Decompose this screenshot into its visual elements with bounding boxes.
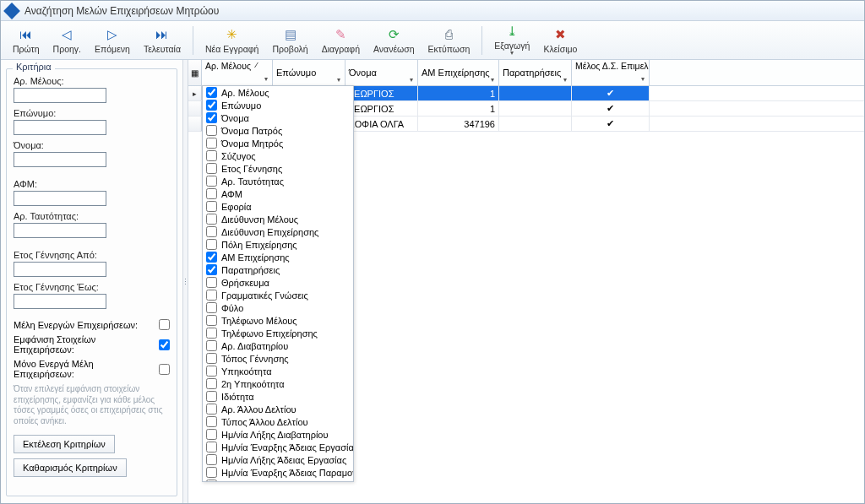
picker-item[interactable]: Διεύθυνση Μέλους [203, 213, 353, 225]
picker-item[interactable]: Φύλο [203, 301, 353, 314]
picker-checkbox[interactable] [206, 480, 217, 482]
ar-taut-input[interactable] [14, 223, 106, 238]
picker-checkbox[interactable] [206, 201, 217, 212]
picker-checkbox[interactable] [206, 467, 217, 478]
picker-item[interactable]: Τηλέφωνο Μέλους [203, 314, 353, 327]
picker-item[interactable]: Αρ. Ταυτότητας [203, 175, 353, 187]
picker-checkbox[interactable] [206, 277, 217, 288]
col-paratiriseis[interactable]: Παρατηρήσεις▾ [499, 60, 572, 85]
meli-energon-checkbox[interactable] [159, 319, 170, 330]
view-button[interactable]: ▤Προβολή [265, 25, 314, 56]
picker-item[interactable]: Παρατηρήσεις [203, 263, 353, 276]
onoma-input[interactable] [14, 152, 106, 167]
picker-item[interactable]: Αρ. Μέλους [203, 86, 353, 99]
picker-checkbox[interactable] [206, 378, 217, 389]
picker-item[interactable]: ΑΜ Επιχείρησης [203, 251, 353, 263]
col-melos-ds[interactable]: Μέλος Δ.Σ. Επιμελητηρίου▾ [572, 60, 650, 85]
picker-item[interactable]: 2η Υπηκοότητα [203, 377, 353, 390]
mono-energa-checkbox[interactable] [159, 364, 170, 375]
row-header-corner[interactable]: ▦ [188, 60, 202, 85]
refresh-button[interactable]: ⟳Ανανέωση [367, 25, 422, 56]
picker-item[interactable]: Αρ. Διαβατηρίου [203, 339, 353, 352]
picker-item[interactable]: Επώνυμο [203, 99, 353, 111]
dropdown-icon[interactable]: ▾ [335, 75, 343, 84]
picker-checkbox[interactable] [206, 442, 217, 453]
dropdown-icon[interactable]: ▾ [407, 75, 416, 84]
delete-button[interactable]: ✎Διαγραφή [315, 25, 367, 56]
picker-item[interactable]: Εφορία [203, 200, 353, 213]
picker-checkbox[interactable] [206, 454, 217, 465]
picker-checkbox[interactable] [206, 100, 217, 111]
picker-checkbox[interactable] [206, 138, 217, 149]
picker-checkbox[interactable] [206, 404, 217, 415]
picker-checkbox[interactable] [206, 328, 217, 339]
picker-item[interactable]: Τηλέφωνο Επιχείρησης [203, 327, 353, 339]
new-button[interactable]: ✳Νέα Εγγραφή [199, 25, 265, 56]
picker-checkbox[interactable] [206, 87, 217, 98]
last-button[interactable]: ⏭Τελευταία [137, 25, 188, 56]
picker-checkbox[interactable] [206, 214, 217, 225]
picker-item[interactable]: Όνομα Μητρός [203, 137, 353, 149]
picker-checkbox[interactable] [206, 429, 217, 440]
picker-checkbox[interactable] [206, 366, 217, 377]
picker-item[interactable]: Ημ/νία Έναρξης Άδειας Εργασίας [203, 441, 353, 453]
picker-item[interactable]: Ετος Γέννησης [203, 162, 353, 175]
print-button[interactable]: ⎙Εκτύπωση [422, 25, 477, 56]
afm-input[interactable] [14, 191, 106, 206]
picker-checkbox[interactable] [206, 176, 217, 187]
picker-item[interactable]: Ημ/νία Λήξης Άδειας Παραμονής [203, 479, 353, 482]
picker-checkbox[interactable] [206, 340, 217, 351]
picker-checkbox[interactable] [206, 226, 217, 237]
eponymo-input[interactable] [14, 120, 106, 135]
picker-checkbox[interactable] [206, 290, 217, 301]
col-am-epix[interactable]: ΑΜ Επιχείρησης▾ [418, 60, 499, 85]
picker-item[interactable]: Υπηκοότητα [203, 365, 353, 377]
picker-item[interactable]: Τύπος Άλλου Δελτίου [203, 415, 353, 428]
picker-checkbox[interactable] [206, 163, 217, 174]
picker-item[interactable]: Θρήσκευμα [203, 276, 353, 289]
ar-melous-input[interactable] [14, 88, 106, 103]
picker-checkbox[interactable] [206, 252, 217, 263]
col-onoma[interactable]: Όνομα▾ [345, 60, 418, 85]
next-button[interactable]: ▷Επόμενη [88, 25, 137, 56]
dropdown-icon[interactable]: ▾ [639, 75, 647, 84]
picker-checkbox[interactable] [206, 391, 217, 402]
picker-item[interactable]: Ημ/νία Λήξης Άδειας Εργασίας [203, 453, 353, 466]
dropdown-icon[interactable]: ▾ [262, 75, 270, 84]
picker-item[interactable]: Όνομα Πατρός [203, 124, 353, 137]
picker-checkbox[interactable] [206, 150, 217, 161]
picker-item[interactable]: Ιδιότητα [203, 390, 353, 403]
dropdown-icon[interactable]: ▾ [561, 75, 569, 84]
col-ar-melous[interactable]: Αρ. Μέλους∕▾ [202, 60, 273, 85]
picker-item[interactable]: Τόπος Γέννησης [203, 352, 353, 365]
picker-item[interactable]: Ημ/νία Λήξης Διαβατηρίου [203, 428, 353, 441]
picker-checkbox[interactable] [206, 125, 217, 136]
picker-checkbox[interactable] [206, 315, 217, 326]
picker-item[interactable]: Γραμματικές Γνώσεις [203, 289, 353, 301]
col-eponymo[interactable]: Επώνυμο▾ [273, 60, 345, 85]
dropdown-icon[interactable]: ▾ [488, 75, 497, 84]
clear-button[interactable]: Καθαρισμός Κριτηρίων [14, 458, 127, 477]
column-picker[interactable]: Αρ. ΜέλουςΕπώνυμοΌνομαΌνομα ΠατρόςΌνομα … [202, 85, 354, 482]
picker-checkbox[interactable] [206, 112, 217, 123]
picker-checkbox[interactable] [206, 353, 217, 364]
prev-button[interactable]: ◁Προηγ. [46, 25, 88, 56]
picker-checkbox[interactable] [206, 416, 217, 427]
export-button[interactable]: ⤓Εξαγωγή▾ [487, 22, 536, 58]
emfanisi-checkbox[interactable] [159, 339, 170, 350]
picker-item[interactable]: ΑΦΜ [203, 187, 353, 200]
picker-item[interactable]: Διεύθυνση Επιχείρησης [203, 225, 353, 238]
picker-item[interactable]: Σύζυγος [203, 149, 353, 162]
picker-item[interactable]: Όνομα [203, 111, 353, 124]
picker-checkbox[interactable] [206, 302, 217, 313]
close-button[interactable]: ✖Κλείσιμο [536, 25, 584, 56]
execute-button[interactable]: Εκτέλεση Κριτηρίων [14, 435, 115, 453]
picker-item[interactable]: Αρ. Άλλου Δελτίου [203, 403, 353, 415]
picker-item[interactable]: Ημ/νία Έναρξης Άδειας Παραμονής [203, 466, 353, 479]
etos-apo-input[interactable] [14, 262, 106, 277]
picker-checkbox[interactable] [206, 239, 217, 250]
first-button[interactable]: ⏮Πρώτη [6, 25, 46, 56]
etos-eos-input[interactable] [14, 294, 106, 309]
picker-item[interactable]: Πόλη Επιχείρησης [203, 238, 353, 251]
picker-checkbox[interactable] [206, 264, 217, 275]
